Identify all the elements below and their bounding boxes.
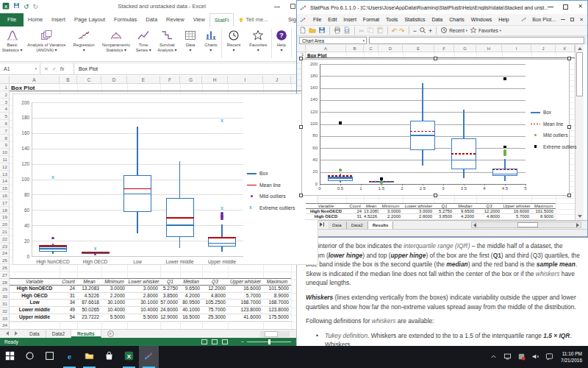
column-header-A[interactable]: A (306, 45, 346, 52)
statplus-sheet[interactable]: ABCDEFGHIJK 1234567891011121314151617181… (297, 45, 588, 220)
selection-handle[interactable] (567, 125, 571, 129)
new-sheet-button[interactable]: + (107, 330, 114, 337)
copy-button[interactable] (367, 26, 374, 35)
row-header-26[interactable]: 26 (0, 264, 10, 272)
zoom-slider-thumb[interactable] (268, 339, 270, 344)
maximize-icon[interactable] (563, 4, 568, 10)
chevron-up-icon[interactable] (490, 350, 498, 364)
row-header-16[interactable]: 16 (0, 192, 10, 199)
scroll-right-icon[interactable] (576, 223, 579, 227)
menu-statistics[interactable]: Statistics (404, 17, 425, 22)
tab-data[interactable]: Data (141, 13, 162, 26)
row-header-18[interactable]: 18 (0, 207, 10, 214)
ribbon-button-charts[interactable]: Charts▾ (200, 26, 221, 61)
ribbon-button-nonparametric[interactable]: NonparametricStatistics ▾ (99, 26, 134, 61)
redo-icon[interactable]: ↻ (33, 2, 39, 11)
normal-view-icon[interactable] (201, 339, 207, 344)
enter-icon[interactable]: ✓ (52, 66, 57, 72)
row-header-28[interactable]: 28 (0, 279, 10, 286)
row-header-25[interactable]: 25 (0, 257, 10, 264)
statplus-box-plot-chart[interactable]: 02040608010012014016018020000.511.522.53… (301, 59, 570, 196)
column-header-H[interactable]: H (202, 76, 228, 84)
selection-handle[interactable] (299, 194, 303, 197)
row-header-11[interactable]: 11 (0, 156, 10, 163)
row-header-2[interactable]: 2 (0, 91, 10, 99)
row-header-31[interactable]: 31 (0, 300, 10, 308)
page-button[interactable] (299, 26, 306, 35)
column-header-I[interactable]: I (228, 76, 263, 84)
row-header-7[interactable]: 7 (0, 127, 10, 135)
tab-page-layout[interactable]: Page Layout (70, 13, 110, 26)
cancel-icon[interactable]: ✕ (44, 66, 49, 72)
scrollbar-thumb[interactable] (576, 52, 583, 96)
redo-button[interactable]: ↷ (399, 27, 405, 35)
column-header-A[interactable]: A (10, 76, 60, 84)
selection-handle[interactable] (567, 57, 571, 60)
selection-handle[interactable] (299, 57, 303, 60)
menu-insert[interactable]: Insert (343, 17, 356, 22)
column-header-C[interactable]: C (364, 45, 379, 52)
range-selector[interactable]: Chart Area ▾ (299, 37, 367, 44)
row-header-20[interactable]: 20 (0, 221, 10, 228)
row-header-5[interactable]: 5 (0, 113, 10, 120)
column-header-B[interactable]: B (346, 45, 364, 52)
column-header-B[interactable]: B (60, 76, 77, 84)
excel-box-plot-chart[interactable]: 020406080100120140160180200High NonOECDH… (12, 93, 318, 265)
tab-formulas[interactable]: Formulas (110, 13, 141, 26)
row-header-19[interactable]: 19 (0, 213, 10, 221)
preview-button[interactable] (343, 26, 351, 35)
row-header-17[interactable]: 17 (0, 199, 10, 207)
row-header-12[interactable]: 12 (0, 163, 10, 171)
fx-icon[interactable]: fx (60, 66, 64, 71)
task-view-button[interactable] (40, 346, 60, 368)
tab-file[interactable]: File (0, 13, 24, 26)
file-explorer-button[interactable] (79, 346, 99, 368)
vertical-scrollbar[interactable] (575, 45, 584, 220)
undo-icon[interactable]: ↺ (24, 2, 29, 11)
selection-handle[interactable] (299, 125, 303, 129)
magnifier-button[interactable] (419, 26, 426, 35)
statplus-notify-icon[interactable] (517, 350, 526, 364)
row-header-9[interactable]: 9 (0, 141, 10, 149)
tab-tell-me[interactable]: Tell me... (234, 13, 272, 26)
excel-taskbar-button[interactable]: X (119, 346, 139, 368)
selection-handle[interactable] (567, 194, 571, 197)
tab-statfi[interactable]: StatFi (209, 13, 234, 26)
volume-icon[interactable] (531, 350, 539, 364)
row-header-1[interactable]: 1 (0, 84, 10, 91)
column-header-H[interactable]: H (476, 45, 502, 52)
statplus-taskbar-button[interactable] (139, 346, 159, 368)
row-header-30[interactable]: 30 (0, 293, 10, 300)
sheet-tab-data[interactable]: Data (24, 330, 46, 338)
row-header-10[interactable]: 10 (0, 149, 10, 156)
column-header-J[interactable]: J (263, 76, 291, 84)
row-header-14[interactable]: 14 (0, 177, 10, 185)
ribbon-button-time[interactable]: TimeSeries ▾ (133, 26, 153, 61)
menu-data[interactable]: Data (431, 17, 442, 22)
restore-icon[interactable] (290, 4, 295, 9)
scroll-down-icon[interactable] (578, 215, 582, 218)
horizontal-scrollbar[interactable] (471, 222, 581, 228)
excel-logo-icon[interactable]: X (2, 2, 10, 12)
tab-review[interactable]: Review (162, 13, 189, 26)
tab-view[interactable]: View (189, 13, 209, 26)
sheet-next-icon[interactable] (12, 331, 21, 336)
ribbon-button-regression[interactable]: Regression▾ (69, 26, 99, 61)
scrollbar-thumb[interactable] (517, 222, 538, 227)
close-icon[interactable]: ✕ (578, 4, 583, 10)
printer-button[interactable] (334, 26, 341, 35)
select-all-corner[interactable] (297, 45, 306, 52)
sheet-tab-data2[interactable]: Data2 (347, 222, 368, 229)
column-header-E[interactable]: E (403, 45, 434, 52)
column-header-F[interactable]: F (434, 45, 454, 52)
undo-button[interactable]: ↶ (392, 27, 398, 35)
menu-format[interactable]: Format (363, 17, 379, 22)
row-header-32[interactable]: 32 (0, 308, 10, 315)
menu-windows[interactable]: Windows (471, 17, 492, 22)
ribbon-button-help[interactable]: ?Help▾ (272, 26, 291, 61)
column-header-F[interactable]: F (160, 76, 180, 84)
row-header-6[interactable]: 6 (0, 120, 10, 127)
minus-button[interactable]: − (413, 27, 417, 35)
formula-input[interactable]: Box Plot (74, 63, 323, 74)
row-header-3[interactable]: 3 (0, 99, 10, 106)
